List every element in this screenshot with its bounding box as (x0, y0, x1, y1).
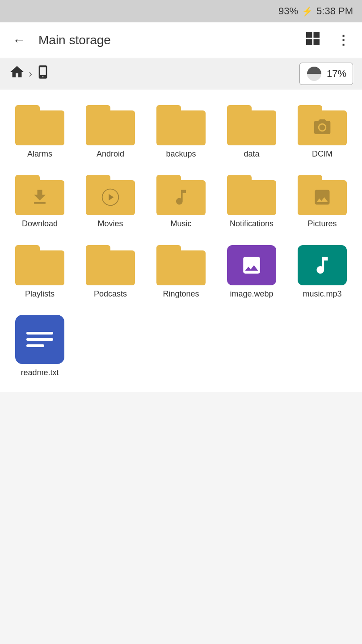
list-item[interactable]: Movies (75, 168, 146, 233)
folder-download-icon (15, 175, 64, 215)
music-file-icon (298, 245, 347, 285)
battery-level: 93% (278, 5, 298, 17)
folder-icon (227, 105, 276, 145)
file-name: Notifications (230, 219, 274, 229)
clock: 5:38 PM (316, 5, 353, 17)
folder-icon (15, 105, 64, 145)
file-name: Podcasts (94, 289, 127, 299)
grid-view-icon[interactable] (301, 27, 324, 53)
list-item[interactable]: Notifications (216, 168, 287, 233)
file-name: image.webp (230, 289, 273, 299)
file-name: Alarms (27, 149, 52, 159)
file-name: Movies (97, 219, 123, 229)
file-name: DCIM (312, 149, 333, 159)
list-item[interactable]: Download (4, 168, 75, 233)
storage-percent-text: 17% (327, 68, 346, 80)
list-item[interactable]: Pictures (287, 168, 358, 233)
breadcrumb-chevron-icon: › (29, 68, 32, 80)
svg-rect-0 (306, 32, 312, 38)
file-name: Music (170, 219, 191, 229)
status-bar: 93% ⚡ 5:38 PM (0, 0, 362, 22)
list-item[interactable]: Alarms (4, 98, 75, 164)
back-button[interactable]: ← (9, 29, 29, 51)
folder-icon (156, 245, 206, 285)
storage-pie-chart (306, 66, 322, 82)
svg-rect-3 (314, 39, 320, 46)
text-file-icon (15, 315, 64, 364)
file-grid: Alarms Android backups data (0, 89, 362, 392)
file-name: Android (97, 149, 124, 159)
folder-icon (15, 245, 64, 285)
breadcrumb-device-icon[interactable] (36, 64, 50, 83)
folder-music-icon (156, 175, 206, 215)
list-item[interactable]: backups (146, 98, 216, 164)
battery-icon: ⚡ (302, 6, 313, 17)
folder-dcim-icon (298, 105, 347, 145)
folder-icon (86, 105, 135, 145)
file-name: Download (22, 219, 58, 229)
list-item[interactable]: DCIM (287, 98, 358, 164)
file-name: Playlists (25, 289, 55, 299)
folder-icon (86, 245, 135, 285)
list-item[interactable]: readme.txt (4, 308, 75, 382)
list-item[interactable]: Music (146, 168, 216, 233)
folder-pictures-icon (298, 175, 347, 215)
folder-icon (156, 105, 206, 145)
list-item[interactable]: Playlists (4, 238, 75, 304)
list-item[interactable]: Android (75, 98, 146, 164)
breadcrumb-home-icon[interactable] (9, 64, 25, 83)
header: ← Main storage ⋮ (0, 22, 362, 58)
more-options-icon[interactable]: ⋮ (333, 29, 353, 51)
svg-rect-2 (306, 39, 312, 46)
image-file-icon (227, 245, 276, 285)
folder-movies-icon (86, 175, 135, 215)
list-item[interactable]: Ringtones (146, 238, 216, 304)
file-name: Pictures (307, 219, 337, 229)
list-item[interactable]: data (216, 98, 287, 164)
list-item[interactable]: image.webp (216, 238, 287, 304)
svg-rect-1 (314, 32, 320, 38)
list-item[interactable]: music.mp3 (287, 238, 358, 304)
list-item[interactable]: Podcasts (75, 238, 146, 304)
folder-icon (227, 175, 276, 215)
file-name: data (244, 149, 259, 159)
breadcrumb-bar: › 17% (0, 58, 362, 89)
file-name: Ringtones (163, 289, 199, 299)
file-name: music.mp3 (303, 289, 341, 299)
file-name: readme.txt (21, 368, 59, 378)
page-title: Main storage (38, 33, 292, 47)
storage-indicator: 17% (299, 63, 353, 85)
file-name: backups (166, 149, 196, 159)
